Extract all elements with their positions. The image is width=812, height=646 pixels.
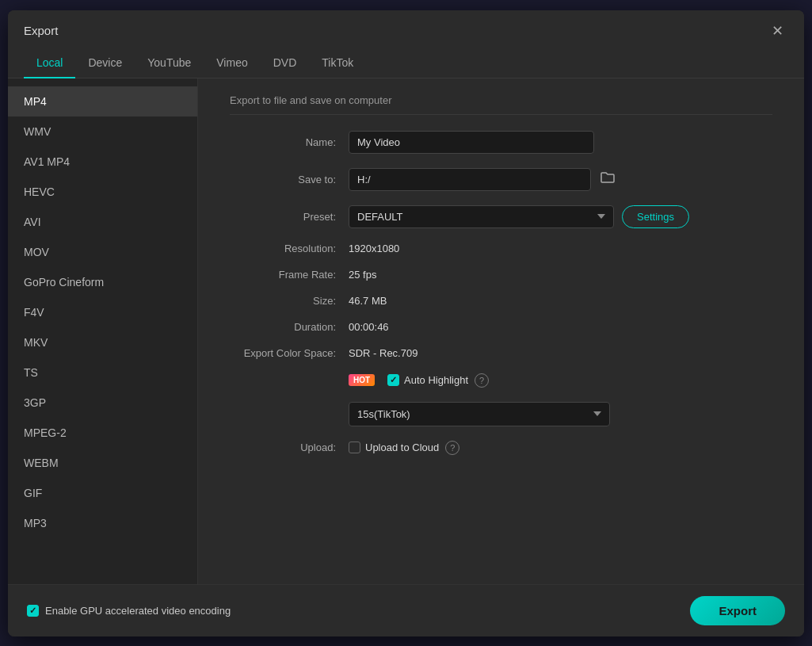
format-f4v[interactable]: F4V: [8, 297, 197, 327]
name-label: Name:: [230, 136, 349, 148]
tab-device[interactable]: Device: [75, 48, 135, 78]
tiktok-duration-row: 15s(TikTok) 30s 60s: [230, 402, 772, 426]
save-to-row: Save to:: [230, 168, 772, 191]
format-hevc[interactable]: HEVC: [8, 177, 197, 207]
resolution-row: Resolution: 1920x1080: [230, 243, 772, 254]
tab-dvd[interactable]: DVD: [261, 48, 310, 78]
tab-vimeo[interactable]: Vimeo: [204, 48, 260, 78]
export-dialog: Export ✕ Local Device YouTube Vimeo DVD …: [8, 10, 804, 636]
format-mp4[interactable]: MP4: [8, 86, 197, 117]
name-input[interactable]: [349, 131, 594, 154]
upload-to-cloud-label[interactable]: Upload to Cloud: [349, 441, 439, 453]
path-row: [349, 168, 618, 191]
gpu-checkbox-label[interactable]: ✓ Enable GPU accelerated video encoding: [27, 605, 231, 617]
upload-label: Upload:: [230, 441, 349, 453]
preset-controls: DEFAULT Custom Settings: [349, 205, 689, 228]
upload-row: Upload: Upload to Cloud ?: [230, 441, 772, 455]
size-value: 46.7 MB: [349, 295, 387, 307]
titlebar: Export ✕: [8, 10, 804, 48]
auto-highlight-label: Auto Highlight: [404, 374, 468, 386]
upload-to-cloud-text: Upload to Cloud: [365, 441, 439, 453]
dialog-title: Export: [24, 24, 58, 37]
dialog-footer: ✓ Enable GPU accelerated video encoding …: [8, 584, 804, 636]
auto-highlight-row: HOT ✓ Auto Highlight ?: [230, 373, 772, 388]
tiktok-duration-select[interactable]: 15s(TikTok) 30s 60s: [349, 402, 610, 426]
color-space-label: Export Color Space:: [230, 347, 349, 359]
format-mpeg2[interactable]: MPEG-2: [8, 418, 197, 448]
format-gopro[interactable]: GoPro Cineform: [8, 267, 197, 297]
format-mp3[interactable]: MP3: [8, 508, 197, 538]
auto-highlight-help-icon[interactable]: ?: [475, 373, 489, 388]
path-input[interactable]: [349, 168, 591, 191]
size-row: Size: 46.7 MB: [230, 295, 772, 307]
format-gif[interactable]: GIF: [8, 478, 197, 508]
duration-row: Duration: 00:00:46: [230, 321, 772, 333]
format-wmv[interactable]: WMV: [8, 117, 197, 147]
tabs-bar: Local Device YouTube Vimeo DVD TikTok: [8, 48, 804, 78]
format-mkv[interactable]: MKV: [8, 327, 197, 357]
name-row: Name:: [230, 131, 772, 154]
format-avi[interactable]: AVI: [8, 207, 197, 237]
format-mov[interactable]: MOV: [8, 237, 197, 267]
save-to-label: Save to:: [230, 174, 349, 185]
export-button[interactable]: Export: [690, 596, 785, 625]
preset-select[interactable]: DEFAULT Custom: [349, 205, 614, 228]
color-space-value: SDR - Rec.709: [349, 347, 417, 359]
close-button[interactable]: ✕: [766, 20, 788, 42]
upload-help-icon[interactable]: ?: [445, 441, 459, 455]
format-3gp[interactable]: 3GP: [8, 388, 197, 418]
duration-label: Duration:: [230, 321, 349, 333]
resolution-label: Resolution:: [230, 243, 349, 254]
duration-value: 00:00:46: [349, 321, 389, 333]
tab-local[interactable]: Local: [24, 48, 75, 78]
format-webm[interactable]: WEBM: [8, 448, 197, 478]
gpu-label-text: Enable GPU accelerated video encoding: [45, 605, 231, 617]
color-space-row: Export Color Space: SDR - Rec.709: [230, 347, 772, 359]
upload-controls: Upload to Cloud ?: [349, 441, 459, 455]
tab-youtube[interactable]: YouTube: [135, 48, 204, 78]
auto-highlight-checkbox[interactable]: ✓: [387, 374, 399, 386]
framerate-value: 25 fps: [349, 269, 376, 281]
format-ts[interactable]: TS: [8, 357, 197, 388]
resolution-value: 1920x1080: [349, 243, 399, 254]
framerate-label: Frame Rate:: [230, 269, 349, 281]
export-content: Export to file and save on computer Name…: [198, 78, 804, 584]
auto-highlight-checkbox-label[interactable]: ✓ Auto Highlight: [387, 374, 468, 386]
folder-browse-button[interactable]: [597, 168, 618, 190]
preset-row: Preset: DEFAULT Custom Settings: [230, 205, 772, 228]
format-list: MP4 WMV AV1 MP4 HEVC AVI MOV GoPro Cinef…: [8, 78, 198, 584]
gpu-checkbox[interactable]: ✓: [27, 605, 39, 617]
format-av1mp4[interactable]: AV1 MP4: [8, 147, 197, 177]
dialog-body: MP4 WMV AV1 MP4 HEVC AVI MOV GoPro Cinef…: [8, 78, 804, 584]
hot-badge: HOT: [349, 374, 375, 386]
settings-button[interactable]: Settings: [622, 205, 689, 228]
upload-to-cloud-checkbox[interactable]: [349, 441, 360, 453]
framerate-row: Frame Rate: 25 fps: [230, 269, 772, 281]
preset-label: Preset:: [230, 211, 349, 223]
size-label: Size:: [230, 295, 349, 307]
export-to-label: Export to file and save on computer: [230, 94, 772, 115]
tab-tiktok[interactable]: TikTok: [309, 48, 366, 78]
